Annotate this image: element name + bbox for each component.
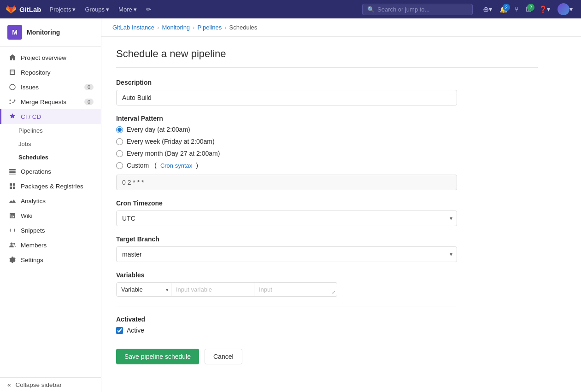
- sidebar-item-label: Analytics: [21, 198, 46, 205]
- nav-more[interactable]: More ▾: [116, 6, 140, 13]
- description-label: Description: [116, 79, 538, 86]
- sidebar-item-label: Project overview: [21, 54, 66, 61]
- svg-rect-5: [13, 183, 15, 186]
- description-section: Description: [116, 79, 538, 105]
- sidebar-sub-jobs[interactable]: Jobs: [18, 137, 101, 151]
- radio-custom[interactable]: Custom ( Cron syntax ): [116, 162, 538, 169]
- svg-point-8: [11, 243, 13, 245]
- radio-every-month[interactable]: Every month (Day 27 at 2:00am): [116, 150, 538, 157]
- ci-cd-submenu: Pipelines Jobs Schedules: [0, 124, 101, 164]
- activated-section: Activated Active: [116, 316, 538, 334]
- sidebar-item-label: Operations: [21, 168, 51, 175]
- notifications-button[interactable]: 🔔 2: [497, 4, 510, 15]
- sidebar-item-label: Snippets: [21, 227, 45, 234]
- merge-requests-button[interactable]: ⑂: [512, 4, 521, 15]
- breadcrumb-gitlab-instance[interactable]: GitLab Instance: [112, 24, 154, 31]
- sidebar-item-members[interactable]: Members: [0, 238, 101, 252]
- variable-type-select[interactable]: Variable File: [116, 282, 171, 297]
- chevron-down-icon: ▾: [106, 6, 109, 13]
- interval-label: Interval Pattern: [116, 115, 538, 122]
- project-name: Monitoring: [27, 29, 60, 36]
- nav-pencil[interactable]: ✏: [143, 6, 154, 13]
- variable-key-input[interactable]: [171, 282, 254, 297]
- pencil-icon: ✏: [146, 6, 151, 13]
- active-checkbox-row: Active: [116, 327, 538, 334]
- project-icon: M: [7, 25, 22, 40]
- breadcrumb-sep-2: ›: [193, 24, 194, 31]
- sidebar-sub-schedules[interactable]: Schedules: [18, 151, 101, 164]
- top-navigation: GitLab Projects ▾ Groups ▾ More ▾ ✏ 🔍 Se…: [0, 0, 581, 18]
- gitlab-logo[interactable]: GitLab: [6, 4, 41, 15]
- sidebar-header: M Monitoring: [0, 18, 101, 47]
- sidebar-item-label: Members: [21, 242, 47, 249]
- page-title: Schedule a new pipeline: [116, 48, 538, 68]
- sidebar-item-label: Issues: [21, 84, 39, 91]
- svg-rect-6: [10, 187, 12, 189]
- sidebar-item-wiki[interactable]: Wiki: [0, 208, 101, 223]
- svg-point-0: [10, 84, 15, 90]
- radio-group: Every day (at 2:00am) Every week (Friday…: [116, 126, 538, 169]
- sidebar: M Monitoring Project overview Repository…: [0, 18, 101, 392]
- avatar: [558, 3, 569, 15]
- todos-button[interactable]: ☑ 2: [523, 4, 534, 15]
- sidebar-sub-pipelines[interactable]: Pipelines: [18, 124, 101, 137]
- svg-rect-3: [9, 174, 16, 175]
- sidebar-item-operations[interactable]: Operations: [0, 164, 101, 179]
- nav-groups[interactable]: Groups ▾: [82, 6, 112, 13]
- save-pipeline-schedule-button[interactable]: Save pipeline schedule: [116, 349, 199, 364]
- sidebar-item-label: Settings: [21, 257, 43, 263]
- sidebar-item-label: Merge Requests: [21, 99, 66, 105]
- active-checkbox-label: Active: [127, 327, 144, 334]
- help-icon: ❓: [539, 6, 547, 13]
- svg-rect-2: [9, 171, 16, 173]
- svg-rect-4: [10, 183, 12, 186]
- chevron-down-icon: ▾: [72, 6, 76, 13]
- cron-syntax-link[interactable]: Cron syntax: [160, 162, 192, 169]
- cron-timezone-section: Cron Timezone UTC ▾: [116, 199, 538, 226]
- sidebar-item-label: CI / CD: [21, 113, 41, 120]
- radio-every-week[interactable]: Every week (Friday at 2:00am): [116, 138, 538, 145]
- breadcrumb-sep-3: ›: [224, 24, 226, 31]
- target-branch-select[interactable]: master: [116, 246, 457, 262]
- issues-badge: 0: [84, 84, 94, 90]
- description-input[interactable]: [116, 90, 457, 105]
- create-button[interactable]: ⊕ ▾: [480, 3, 495, 16]
- radio-every-day[interactable]: Every day (at 2:00am): [116, 126, 538, 133]
- nav-projects[interactable]: Projects ▾: [47, 6, 79, 13]
- collapse-icon: «: [7, 381, 11, 388]
- cron-timezone-select[interactable]: UTC: [116, 211, 457, 226]
- chevron-down-icon: ▾: [489, 6, 492, 13]
- svg-point-10: [12, 259, 13, 261]
- cron-expression-input[interactable]: [116, 175, 457, 190]
- breadcrumb-pipelines[interactable]: Pipelines: [197, 24, 222, 31]
- plus-icon: ⊕: [483, 5, 489, 14]
- search-icon: 🔍: [367, 6, 375, 13]
- expand-variable-button[interactable]: ⤢: [332, 290, 335, 295]
- sidebar-item-merge-requests[interactable]: Merge Requests 0: [0, 94, 101, 109]
- sidebar-item-repository[interactable]: Repository: [0, 65, 101, 80]
- sidebar-item-settings[interactable]: Settings: [0, 252, 101, 267]
- merge-requests-badge: 0: [84, 99, 94, 105]
- search-bar[interactable]: 🔍 Search or jump to...: [362, 4, 473, 15]
- sidebar-item-analytics[interactable]: Analytics: [0, 193, 101, 208]
- variable-value-input[interactable]: [254, 282, 337, 297]
- collapse-sidebar-button[interactable]: « Collapse sidebar: [0, 377, 101, 392]
- sidebar-item-project-overview[interactable]: Project overview: [0, 50, 101, 65]
- todos-badge: 2: [527, 4, 534, 11]
- user-avatar[interactable]: ▾: [555, 1, 575, 17]
- sidebar-item-issues[interactable]: Issues 0: [0, 80, 101, 94]
- chevron-down-icon: ▾: [547, 6, 550, 13]
- target-branch-wrapper: master ▾: [116, 246, 457, 262]
- help-button[interactable]: ❓ ▾: [536, 4, 553, 15]
- breadcrumb: GitLab Instance › Monitoring › Pipelines…: [101, 18, 581, 37]
- activated-label: Activated: [116, 316, 538, 323]
- cancel-button[interactable]: Cancel: [205, 349, 242, 364]
- variables-label: Variables: [116, 271, 538, 279]
- sidebar-item-packages-registries[interactable]: Packages & Registries: [0, 179, 101, 193]
- topnav-icons: ⊕ ▾ 🔔 2 ⑂ ☑ 2 ❓ ▾ ▾: [480, 1, 575, 17]
- sidebar-item-ci-cd[interactable]: CI / CD: [0, 109, 101, 124]
- form-actions: Save pipeline schedule Cancel: [116, 345, 538, 364]
- breadcrumb-monitoring[interactable]: Monitoring: [162, 24, 190, 31]
- sidebar-item-snippets[interactable]: Snippets: [0, 223, 101, 238]
- active-checkbox[interactable]: [116, 327, 123, 334]
